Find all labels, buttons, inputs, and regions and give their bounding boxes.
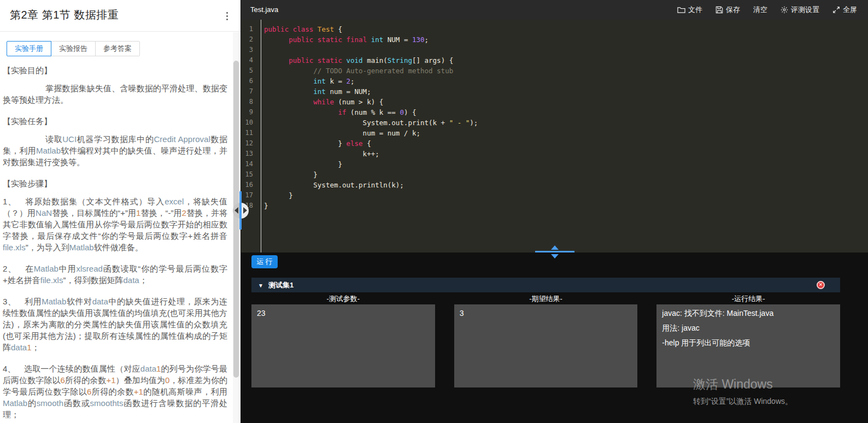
doc-content: 【实验目的】掌握数据集缺失值、含噪数据的平滑处理、数据变换等预处理方法。【实验任… <box>0 57 235 423</box>
expected-result-header: -期望结果- <box>454 294 638 304</box>
text-segment: { <box>363 139 371 148</box>
text-segment <box>264 77 313 85</box>
text-segment: 1 <box>27 343 31 352</box>
text-segment: 替换，目标属性的“+”用 <box>52 208 136 218</box>
code-line: 2 public static final int NUM = 130; <box>241 34 868 45</box>
file-button[interactable]: 文件 <box>677 5 702 15</box>
text-segment: ; <box>425 36 429 44</box>
text-segment: System.out.println(k); <box>264 181 404 189</box>
code-lines: 1public class Test {2 public static fina… <box>241 24 868 211</box>
text-segment: Matlab <box>3 398 27 408</box>
text-segment: 2 <box>347 77 351 85</box>
text-segment: (num % k == <box>347 108 400 116</box>
code-editor[interactable]: 1public class Test {2 public static fina… <box>241 20 868 252</box>
text-segment <box>313 36 318 44</box>
testset-header[interactable]: ▼测试集1 ✕ <box>251 278 840 292</box>
text-segment: NaN <box>36 208 52 218</box>
caret-up-icon <box>551 245 559 250</box>
line-number: 16 <box>241 180 259 190</box>
text-segment <box>264 108 338 116</box>
text-segment: num = num / k; <box>264 129 420 137</box>
line-number: 7 <box>241 86 259 97</box>
code-text: while (num > k) { <box>259 97 383 107</box>
code-text: num = num / k; <box>259 128 420 138</box>
editor-topbar: Test.java 文件保存清空评测设置全屏 <box>241 0 868 20</box>
test-params-box[interactable]: 23 <box>251 304 435 387</box>
text-segment <box>313 25 318 33</box>
code-text: public static final int NUM = 130; <box>259 34 429 45</box>
text-segment: 软件对 <box>66 297 92 306</box>
text-segment: 0 <box>400 108 404 116</box>
text-segment <box>289 25 293 33</box>
text-segment: data <box>123 275 139 285</box>
expected-result-box[interactable]: 3 <box>454 304 638 387</box>
text-segment: xlsread <box>77 264 103 273</box>
run-result-box: javac: 找不到文件: MainTest.java用法: javac-hel… <box>656 304 840 387</box>
code-line: 11 num = num / k; <box>241 128 868 138</box>
text-segment: [] args) { <box>412 56 453 64</box>
text-segment: 【实验目的】 <box>3 66 52 75</box>
text-segment: ; <box>350 77 355 85</box>
line-number: 13 <box>241 149 259 159</box>
text-segment: ”，得到数据矩阵 <box>63 275 123 285</box>
text-segment: ) { <box>404 108 417 116</box>
tab-group: 实验手册实验报告参考答案 <box>7 41 140 56</box>
code-line: 15 } <box>241 169 868 180</box>
code-line: 3 <box>241 45 868 55</box>
text-segment: int <box>371 36 384 44</box>
file-button-label: 文件 <box>688 5 702 15</box>
code-line: 12 } else { <box>241 138 868 149</box>
kebab-menu-icon[interactable] <box>222 9 232 23</box>
fullscreen-button[interactable]: 全屏 <box>832 5 857 15</box>
test-params-header: -测试参数- <box>251 294 435 304</box>
text-segment: smooth <box>37 398 63 408</box>
scrollbar-thumb[interactable] <box>233 61 239 378</box>
doc-heading: 【实验步骤】 <box>3 178 227 189</box>
text-segment <box>367 36 371 44</box>
editor-toolbar: 文件保存清空评测设置全屏 <box>677 0 857 20</box>
doc-paragraph: 3、 利用Matlab软件对data中的缺失值进行处理，原来为连续性数值属性的缺… <box>3 296 227 353</box>
scrollbar-track <box>233 32 239 423</box>
text-segment: file.xls <box>3 243 26 252</box>
text-segment <box>264 56 289 64</box>
file-tab[interactable]: Test.java <box>250 5 278 14</box>
error-circle-icon[interactable]: ✕ <box>817 281 825 289</box>
folder-icon <box>677 6 685 14</box>
text-segment: Matlab <box>34 264 58 273</box>
text-segment <box>264 36 289 44</box>
text-segment: 所得的余数 <box>91 387 133 396</box>
code-line: 14 } <box>241 159 868 169</box>
code-text: } <box>259 169 318 180</box>
output-line: 3 <box>460 306 632 321</box>
tab-experiment-manual[interactable]: 实验手册 <box>7 41 51 56</box>
run-button[interactable]: 运行 <box>251 255 278 268</box>
tab-experiment-report[interactable]: 实验报告 <box>51 41 96 56</box>
clear-button[interactable]: 清空 <box>753 5 767 15</box>
tab-reference-answer[interactable]: 参考答案 <box>95 41 140 56</box>
line-number: 17 <box>241 190 259 201</box>
text-segment <box>313 56 318 64</box>
text-segment: 所得的余数 <box>65 375 107 385</box>
save-button-label: 保存 <box>726 5 740 15</box>
code-text: System.out.println(k); <box>259 180 404 190</box>
judge-settings-button[interactable]: 评测设置 <box>781 5 819 15</box>
text-segment: 2 <box>182 208 186 218</box>
gear-icon <box>781 6 788 14</box>
panel-collapse-handle[interactable] <box>533 243 577 261</box>
code-text: k++; <box>259 149 379 159</box>
text-segment: data <box>140 364 156 373</box>
save-button[interactable]: 保存 <box>715 5 740 15</box>
text-segment: } <box>264 202 268 210</box>
code-text: public static void main(String[] args) { <box>259 55 453 66</box>
code-text: } <box>259 190 293 201</box>
line-number: 6 <box>241 76 259 86</box>
judge-settings-button-label: 评测设置 <box>791 5 819 15</box>
text-segment: } <box>264 139 347 148</box>
text-segment: } <box>264 160 342 168</box>
text-segment: main( <box>363 56 388 64</box>
line-number: 3 <box>241 45 259 55</box>
text-segment <box>264 87 313 96</box>
text-segment: Matlab <box>42 297 66 306</box>
instruction-panel-header: 第2章 第1节 数据排重 <box>0 0 241 32</box>
splitter-bar[interactable] <box>239 191 242 230</box>
